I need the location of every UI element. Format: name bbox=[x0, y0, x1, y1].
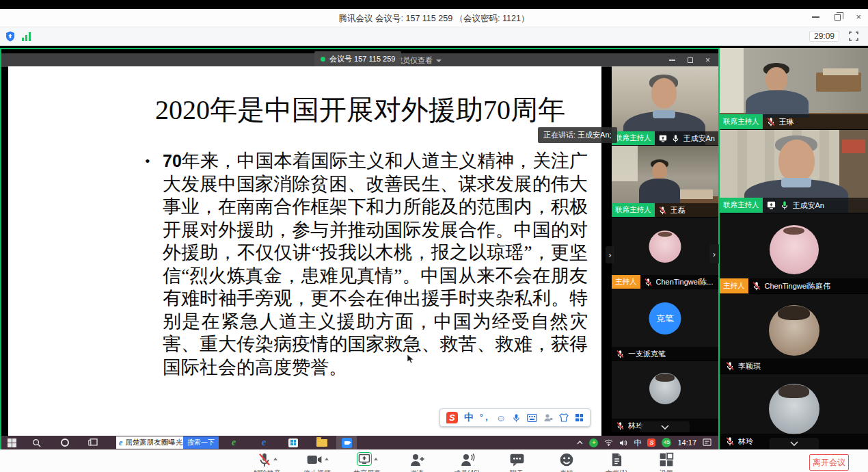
file-explorer-icon[interactable] bbox=[308, 436, 336, 449]
restore-icon[interactable] bbox=[835, 14, 841, 21]
ime-profile-icon[interactable] bbox=[543, 413, 553, 422]
bullet-dot: • bbox=[145, 150, 163, 379]
participant-name: 王成安An bbox=[683, 133, 715, 144]
taskbar-search-button[interactable]: 搜索一下 bbox=[183, 436, 219, 449]
start-button[interactable] bbox=[1, 436, 22, 449]
edge-icon[interactable]: e bbox=[249, 436, 279, 449]
video-tile[interactable]: 主持人 ChenTingwei陈... bbox=[612, 218, 718, 289]
stop-video-button[interactable]: 停止视频 bbox=[301, 452, 333, 472]
unmute-button[interactable]: 解除静音 bbox=[252, 452, 283, 472]
participant-name: ChenTingwei陈... bbox=[656, 277, 714, 287]
mic-options-caret[interactable] bbox=[273, 458, 277, 460]
chat-icon bbox=[509, 452, 525, 467]
video-tile[interactable]: 联席主持人 王成安An bbox=[612, 66, 718, 146]
members-icon bbox=[459, 452, 475, 467]
status-dot-icon bbox=[321, 57, 325, 62]
meeting-duration: 29:09 bbox=[809, 31, 839, 42]
settings-button[interactable]: 设置 bbox=[651, 452, 682, 472]
view-mode-dropdown[interactable]: 成员仅查看 bbox=[395, 55, 442, 66]
ime-emoji-icon[interactable]: ☺ bbox=[496, 413, 506, 423]
share-active-outline bbox=[357, 452, 372, 466]
presentation-slide: 2020年是中国开展对外援助70周年 • 70年来，中国本着国际主义和人道主义精… bbox=[8, 66, 601, 436]
screen-share-icon bbox=[766, 200, 776, 210]
avatar: 克笔 bbox=[649, 302, 681, 335]
own-panel-collapse-arrow[interactable]: › bbox=[709, 244, 719, 263]
input-language-indicator[interactable]: 中 bbox=[634, 438, 641, 448]
sogou-logo-icon[interactable]: S bbox=[446, 412, 458, 423]
control-label: 成员(46) bbox=[454, 469, 480, 472]
ppt-restore-icon[interactable] bbox=[688, 57, 693, 63]
role-badge: 联席主持人 bbox=[612, 131, 655, 145]
ime-voice-icon[interactable] bbox=[512, 413, 521, 423]
search-icon[interactable] bbox=[22, 436, 51, 449]
reactions-button[interactable]: 表情 bbox=[551, 452, 582, 472]
role-badge: 联席主持人 bbox=[720, 198, 763, 213]
participant-name: ChenTingwei陈庭伟 bbox=[765, 281, 831, 291]
control-label: 表情 bbox=[560, 469, 573, 472]
wifi-icon[interactable] bbox=[604, 439, 613, 446]
members-button[interactable]: 成员(46) bbox=[451, 452, 483, 472]
mic-muted-icon bbox=[752, 281, 761, 291]
action-center-icon[interactable] bbox=[703, 438, 711, 447]
cortana-icon[interactable] bbox=[51, 436, 79, 449]
ime-language-icon[interactable]: 中 bbox=[464, 412, 474, 424]
video-tile[interactable]: 主持人 ChenTingwei陈庭伟 bbox=[720, 213, 868, 294]
video-tile[interactable]: 林玲 bbox=[720, 374, 868, 449]
slide-title: 2020年是中国开展对外援助70周年 bbox=[141, 91, 579, 129]
share-screen-button[interactable]: 共享屏幕 bbox=[351, 452, 383, 472]
video-tile[interactable]: 联席主持人 王磊 bbox=[612, 146, 718, 218]
speaking-text: 正在讲话: 王成安An; bbox=[543, 130, 612, 140]
video-tile[interactable]: 联席主持人 王琳 bbox=[720, 48, 868, 130]
taskbar-clock[interactable]: 14:17 bbox=[677, 438, 696, 447]
ime-keyboard-icon[interactable] bbox=[527, 414, 537, 422]
video-tile[interactable]: 联席主持人 王成安An bbox=[720, 130, 868, 213]
participant-name: 王成安An bbox=[793, 200, 824, 211]
ime-toolbar[interactable]: S 中 °， ☺ bbox=[439, 408, 591, 427]
tencent-meeting-taskbar-icon[interactable] bbox=[336, 436, 357, 449]
sogou-tray-icon[interactable]: S bbox=[647, 438, 655, 447]
network-signal-icon[interactable] bbox=[21, 31, 31, 41]
taskbar-search-text: 屈楚萧朋友圈曝光 bbox=[125, 438, 183, 447]
collapse-tiles-button[interactable] bbox=[770, 438, 819, 449]
leave-meeting-button[interactable]: 离开会议 bbox=[809, 454, 849, 471]
video-options-caret[interactable] bbox=[325, 458, 329, 460]
volume-icon[interactable] bbox=[619, 439, 627, 447]
mic-muted-icon bbox=[725, 361, 735, 371]
chat-button[interactable]: 聊天 bbox=[501, 452, 532, 472]
document-icon bbox=[610, 452, 623, 467]
role-badge: 联席主持人 bbox=[720, 114, 763, 129]
ime-skin-icon[interactable] bbox=[559, 413, 569, 422]
video-tile[interactable]: 克笔 一支派克笔 bbox=[612, 289, 718, 361]
fullscreen-icon[interactable] bbox=[849, 31, 858, 41]
ms-store-icon[interactable] bbox=[279, 436, 308, 449]
control-label: 邀请 bbox=[410, 469, 424, 472]
ime-toolbox-icon[interactable] bbox=[575, 413, 584, 422]
task-view-icon[interactable] bbox=[79, 436, 107, 449]
video-tile[interactable]: 李颖琪 bbox=[720, 294, 868, 374]
security-shield-icon[interactable] bbox=[5, 31, 16, 42]
ppt-minimize-icon[interactable] bbox=[669, 60, 675, 60]
tray-percent-badge[interactable]: 45 bbox=[662, 438, 671, 447]
shared-participant-column: 联席主持人 王成安An 联席主持人 王磊 bbox=[612, 66, 718, 433]
taskbar-search-box[interactable]: e 屈楚萧朋友圈曝光 搜索一下 bbox=[116, 436, 219, 449]
role-badge: 主持人 bbox=[612, 275, 640, 289]
tray-antivirus-icon[interactable]: + bbox=[589, 438, 598, 447]
docs-button[interactable]: 文档(1) bbox=[601, 452, 632, 472]
share-options-caret[interactable] bbox=[374, 458, 378, 460]
avatar bbox=[649, 231, 681, 263]
invite-button[interactable]: 邀请 bbox=[401, 452, 433, 472]
participant-name: 王磊 bbox=[670, 205, 686, 215]
tray-expand-icon[interactable] bbox=[577, 441, 583, 445]
bullet-text: 年来，中国本着国际主义和人道主义精神，关注广大发展中国家消除贫困、改善民生、谋求… bbox=[163, 150, 588, 378]
window-title: 腾讯会议 会议号: 157 115 259 （会议密码: 1121） bbox=[0, 13, 868, 25]
panel-collapse-arrow[interactable]: › bbox=[606, 246, 614, 263]
chevron-down-icon bbox=[436, 60, 442, 62]
browser-360-icon[interactable]: e bbox=[219, 436, 249, 449]
close-icon[interactable]: × bbox=[856, 14, 861, 21]
collapse-tiles-button[interactable] bbox=[640, 421, 690, 432]
app-titlebar: 腾讯会议 会议号: 157 115 259 （会议密码: 1121） × bbox=[0, 9, 868, 27]
video-tile[interactable]: 林玲 bbox=[612, 361, 718, 433]
minimize-icon[interactable] bbox=[812, 16, 819, 18]
ppt-close-icon[interactable]: × bbox=[705, 57, 710, 64]
ime-punctuation-icon[interactable]: °， bbox=[480, 412, 490, 423]
